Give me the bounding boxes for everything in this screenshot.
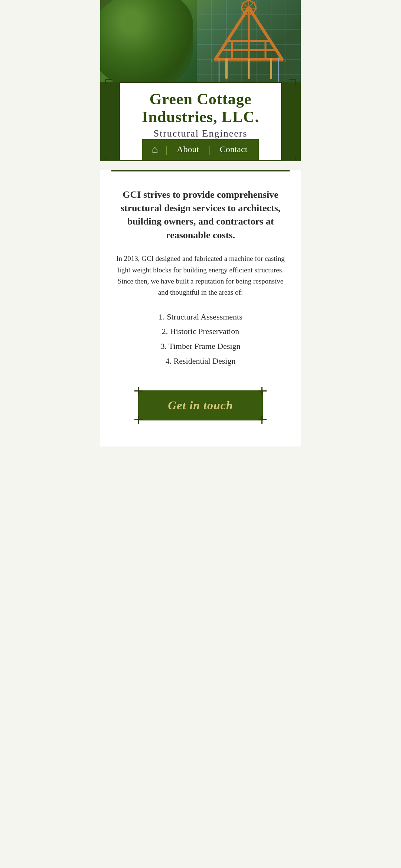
company-name: Green Cottage Industries, LLC. [131,90,270,126]
service-item-3: 3. Timber Frame Design [111,339,290,354]
logo-box-wrapper: Green Cottage Industries, LLC. Structura… [108,82,293,161]
page-wrapper: Green Cottage Industries, LLC. Structura… [100,0,301,446]
cta-section: Get in touch [111,383,290,432]
cta-corner-tr [258,387,267,395]
corner-tl [105,79,112,86]
timber-frame-illustration [197,0,301,82]
navigation: ⌂ | About | Contact [142,139,259,160]
nav-home-button[interactable]: ⌂ [144,144,166,155]
company-name-line2: Industries, LLC. [142,108,259,125]
nav-divider-2: | [208,144,211,155]
service-item-2: 2. Historic Preservation [111,324,290,339]
company-name-line1: Green Cottage [150,91,252,108]
hero-section: Green Cottage Industries, LLC. Structura… [100,0,301,161]
cta-button-outer: Get in touch [138,390,263,420]
cta-corner-tl [134,387,143,395]
nav-about-link[interactable]: About [167,144,208,154]
service-item-1: 1. Structural Assessments [111,309,290,324]
cta-corner-bl [134,416,143,424]
description: In 2013, GCI designed and fabricated a m… [111,253,290,309]
logo-box: Green Cottage Industries, LLC. Structura… [119,82,282,161]
main-content: GCI strives to provide comprehensive str… [100,170,301,447]
corner-tr [289,79,296,86]
nav-contact-link[interactable]: Contact [211,144,257,154]
service-item-4: 4. Residential Design [111,354,290,369]
hero-image [100,0,301,82]
services-list: 1. Structural Assessments 2. Historic Pr… [111,309,290,383]
cta-corner-br [258,416,267,424]
corner-bl [105,157,112,161]
company-subtitle: Structural Engineers [131,128,270,139]
tagline: GCI strives to provide comprehensive str… [111,181,290,253]
corner-br [289,157,296,161]
nav-divider-1: | [165,144,167,155]
section-separator [111,170,290,171]
get-in-touch-button[interactable]: Get in touch [138,390,263,420]
